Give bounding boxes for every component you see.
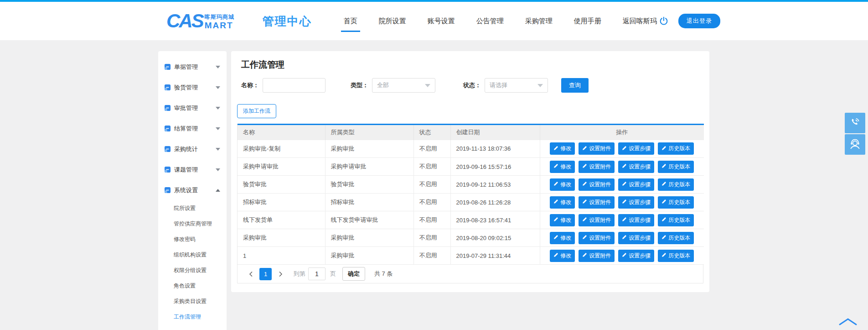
sidebar-group-2[interactable]: 验货管理 [158,77,227,98]
action-label: 历史版本 [668,252,690,260]
confirm-page-button[interactable]: 确定 [342,267,365,281]
pencil-icon [582,163,587,170]
sidebar: 单据管理验货管理审批管理结算管理采购统计课题管理系统设置院所设置管控供应商管理修… [158,51,227,330]
pencil-icon [553,199,558,205]
cell-name: 采购申请审批 [238,158,325,176]
cell-actions: 修改设置附件设置步骤历史版本 [540,176,704,194]
sidebar-item-2[interactable]: 管控供应商管理 [158,216,227,231]
set-steps-button[interactable]: 设置步骤 [618,142,654,155]
sidebar-item-8[interactable]: 工作流管理 [158,309,227,325]
main-content: 工作流管理 名称： 类型： 全部 状态： 请选择 查询 添加工作流 名称所属类型… [231,51,709,292]
portal-title: 管理中心 [263,14,312,29]
action-label: 设置附件 [589,199,611,206]
add-workflow-button[interactable]: 添加工作流 [237,104,276,118]
customer-service-button[interactable] [845,134,865,155]
set-attachment-button[interactable]: 设置附件 [579,214,615,226]
set-attachment-button[interactable]: 设置附件 [579,142,615,155]
sidebar-item-6[interactable]: 角色设置 [158,278,227,293]
history-version-button[interactable]: 历史版本 [658,250,694,262]
nav-item-6[interactable]: 使用手册 [574,2,601,40]
power-icon[interactable] [658,16,669,26]
cell-status: 不启用 [413,140,450,158]
prev-page-icon[interactable] [246,268,256,280]
sidebar-group-4[interactable]: 结算管理 [158,118,227,139]
set-attachment-button[interactable]: 设置附件 [579,232,615,244]
document-icon [164,166,171,173]
scroll-to-top-button[interactable] [838,317,858,327]
type-filter-select[interactable]: 全部 [372,78,435,93]
pencil-icon [553,146,558,152]
sidebar-submenu: 院所设置管控供应商管理修改密码组织机构设置权限分组设置角色设置采购类目设置工作流… [158,200,227,325]
chevron-down-icon [537,84,543,87]
pencil-icon [553,217,558,223]
action-label: 历史版本 [668,216,690,224]
sidebar-item-1[interactable]: 院所设置 [158,200,227,216]
edit-button[interactable]: 修改 [550,161,575,173]
pencil-icon [553,163,558,170]
table-row: 验货审批验货审批不启用2019-09-12 11:06:53修改设置附件设置步骤… [238,176,704,194]
edit-button[interactable]: 修改 [550,142,575,155]
pencil-icon [661,252,666,259]
search-button[interactable]: 查询 [561,78,589,93]
sidebar-item-3[interactable]: 修改密码 [158,231,227,247]
nav-item-5[interactable]: 采购管理 [525,2,553,40]
goto-page-input[interactable] [308,267,326,280]
sidebar-item-4[interactable]: 组织机构设置 [158,247,227,262]
sidebar-group-7[interactable]: 系统设置 [158,180,227,200]
edit-button[interactable]: 修改 [550,250,575,262]
set-attachment-button[interactable]: 设置附件 [579,178,615,191]
page-number-button[interactable]: 1 [259,268,272,280]
status-filter-select[interactable]: 请选择 [485,78,548,93]
set-steps-button[interactable]: 设置步骤 [618,250,654,262]
type-filter-value: 全部 [377,81,389,89]
cell-actions: 修改设置附件设置步骤历史版本 [540,247,704,265]
edit-button[interactable]: 修改 [550,232,575,244]
edit-button[interactable]: 修改 [550,214,575,226]
set-attachment-button[interactable]: 设置附件 [579,250,615,262]
cell-status: 不启用 [413,247,450,265]
sidebar-item-5[interactable]: 权限分组设置 [158,262,227,278]
action-label: 设置步骤 [629,181,651,189]
history-version-button[interactable]: 历史版本 [658,142,694,155]
edit-button[interactable]: 修改 [550,178,575,191]
sidebar-group-1[interactable]: 单据管理 [158,57,227,77]
sidebar-group-6[interactable]: 课题管理 [158,159,227,180]
action-label: 设置步骤 [629,234,651,242]
set-attachment-button[interactable]: 设置附件 [579,196,615,209]
sidebar-group-5[interactable]: 采购统计 [158,139,227,159]
logout-button[interactable]: 退出登录 [678,14,720,28]
page-title: 工作流管理 [237,51,703,71]
nav-item-2[interactable]: 院所设置 [379,2,406,40]
cell-status: 不启用 [413,158,450,176]
edit-button[interactable]: 修改 [550,196,575,209]
nav-item-7[interactable]: 返回喀斯玛 [623,2,657,40]
phone-contact-button[interactable] [845,113,865,133]
history-version-button[interactable]: 历史版本 [658,232,694,244]
sidebar-item-7[interactable]: 采购类目设置 [158,293,227,309]
logo[interactable]: CAS 喀斯玛商城 MART [166,12,234,30]
history-version-button[interactable]: 历史版本 [658,214,694,226]
sidebar-group-3[interactable]: 审批管理 [158,98,227,118]
set-steps-button[interactable]: 设置步骤 [618,161,654,173]
nav-item-3[interactable]: 账号设置 [428,2,455,40]
name-filter-input[interactable] [263,78,326,93]
action-label: 设置步骤 [629,145,651,152]
table-row: 线下发货单线下发货申请审批不启用2019-08-23 16:57:41修改设置附… [238,211,704,229]
nav-item-4[interactable]: 公告管理 [476,2,504,40]
set-steps-button[interactable]: 设置步骤 [618,214,654,226]
action-label: 修改 [560,181,571,189]
action-label: 设置步骤 [629,216,651,224]
history-version-button[interactable]: 历史版本 [658,161,694,173]
set-attachment-button[interactable]: 设置附件 [579,161,615,173]
set-steps-button[interactable]: 设置步骤 [618,178,654,191]
set-steps-button[interactable]: 设置步骤 [618,232,654,244]
set-steps-button[interactable]: 设置步骤 [618,196,654,209]
cell-status: 不启用 [413,229,450,247]
history-version-button[interactable]: 历史版本 [658,196,694,209]
chevron-up-icon [838,318,858,327]
cell-type: 采购审批 [325,140,413,158]
history-version-button[interactable]: 历史版本 [658,178,694,191]
pencil-icon [661,199,666,205]
next-page-icon[interactable] [275,268,285,280]
nav-item-1[interactable]: 首页 [344,2,357,40]
